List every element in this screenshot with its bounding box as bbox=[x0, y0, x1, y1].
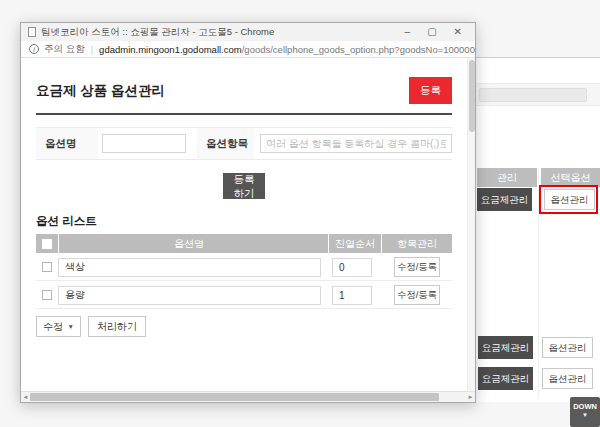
edit-register-button[interactable]: 수정/등록 bbox=[394, 285, 440, 305]
header-option-name: 옵션명 bbox=[59, 234, 328, 253]
row-checkbox[interactable] bbox=[42, 262, 52, 272]
select-all-checkbox[interactable] bbox=[42, 239, 52, 249]
maximize-icon[interactable]: ▢ bbox=[427, 27, 436, 37]
scroll-down-button[interactable]: DOWN ▼ bbox=[570, 397, 600, 427]
option-form: 옵션명 옵션항목 bbox=[36, 127, 452, 160]
row-order-input[interactable] bbox=[332, 258, 372, 277]
info-icon[interactable]: i bbox=[29, 44, 39, 54]
header-display-order: 진열순서 bbox=[329, 234, 381, 253]
table-row: 수정/등록 bbox=[36, 281, 452, 309]
option-table: 옵션명 진열순서 항목관리 수정/등록 수정/등록 bbox=[36, 234, 452, 309]
scroll-right-icon[interactable]: ► bbox=[466, 392, 475, 402]
option-items-input[interactable] bbox=[260, 134, 452, 153]
background-field bbox=[479, 88, 587, 102]
red-highlight-box bbox=[539, 185, 598, 214]
minimize-icon[interactable]: – bbox=[405, 27, 411, 37]
down-button-label: DOWN bbox=[573, 402, 597, 411]
title-separator bbox=[36, 113, 452, 115]
url-domain: gdadmin.mingoon1.godomall.com bbox=[99, 44, 242, 55]
option-items-label: 옵션항목 bbox=[197, 128, 254, 159]
url-path: /goods/cellphone_goods_option.php?goodsN… bbox=[242, 44, 475, 55]
window-titlebar[interactable]: 팀넷코리아 스토어 :: 쇼핑몰 관리자 - 고도몰5 - Chrome – ▢… bbox=[21, 23, 475, 41]
plan-manage-button[interactable]: 요금제관리 bbox=[478, 336, 533, 359]
bulk-action-select[interactable]: 수정 ▼ bbox=[36, 316, 81, 337]
down-arrow-icon: ▼ bbox=[570, 411, 600, 420]
column-header-manage: 관리 bbox=[477, 168, 537, 187]
option-list-title: 옵션 리스트 bbox=[36, 214, 452, 229]
bulk-action-bar: 수정 ▼ 처리하기 bbox=[36, 316, 452, 337]
scroll-left-icon[interactable]: ◄ bbox=[21, 392, 30, 402]
popup-content: 요금제 상품 옵션관리 등록 옵션명 옵션항목 등록하기 옵션 리스트 옵션명 bbox=[21, 58, 475, 391]
close-icon[interactable]: ✕ bbox=[454, 27, 462, 37]
row-checkbox[interactable] bbox=[42, 290, 52, 300]
option-manage-button[interactable]: 옵션관리 bbox=[542, 368, 593, 389]
url-bar[interactable]: i 주의 요함 | gdadmin.mingoon1.godomall.com … bbox=[21, 41, 475, 58]
bulk-action-value: 수정 bbox=[43, 320, 63, 334]
screen: 관리 선택옵션 요금제관리 옵션관리 요금제관리 옵션관리 요금제관리 옵션관리… bbox=[0, 0, 600, 427]
horizontal-scrollbar[interactable]: ◄ ► bbox=[21, 391, 475, 402]
document-icon bbox=[28, 27, 36, 37]
window-title: 팀넷코리아 스토어 :: 쇼핑몰 관리자 - 고도몰5 - Chrome bbox=[41, 26, 405, 39]
apply-button[interactable]: 처리하기 bbox=[88, 316, 146, 337]
option-name-label: 옵션명 bbox=[36, 128, 98, 159]
background-band bbox=[476, 58, 600, 84]
chevron-down-icon: ▼ bbox=[68, 323, 74, 330]
submit-button[interactable]: 등록하기 bbox=[223, 173, 265, 199]
table-header: 옵션명 진열순서 항목관리 bbox=[36, 234, 452, 253]
option-name-input[interactable] bbox=[102, 134, 186, 153]
popup-window: 팀넷코리아 스토어 :: 쇼핑몰 관리자 - 고도몰5 - Chrome – ▢… bbox=[20, 22, 476, 403]
vertical-scrollbar-thumb[interactable] bbox=[469, 60, 475, 132]
plan-manage-button[interactable]: 요금제관리 bbox=[478, 367, 533, 390]
security-warning: 주의 요함 bbox=[44, 43, 85, 56]
register-button[interactable]: 등록 bbox=[409, 77, 452, 104]
row-option-name-input[interactable] bbox=[58, 258, 321, 277]
table-row: 수정/등록 bbox=[36, 253, 452, 281]
row-option-name-input[interactable] bbox=[58, 286, 321, 305]
option-manage-button[interactable]: 옵션관리 bbox=[542, 337, 593, 358]
edit-register-button[interactable]: 수정/등록 bbox=[394, 257, 440, 277]
url-divider: | bbox=[91, 44, 93, 55]
row-order-input[interactable] bbox=[332, 286, 372, 305]
horizontal-scrollbar-thumb[interactable] bbox=[30, 393, 439, 401]
page-title: 요금제 상품 옵션관리 bbox=[36, 82, 165, 100]
vertical-scrollbar[interactable] bbox=[467, 58, 475, 391]
header-item-manage: 항목관리 bbox=[382, 234, 452, 253]
plan-manage-button[interactable]: 요금제관리 bbox=[477, 188, 532, 211]
